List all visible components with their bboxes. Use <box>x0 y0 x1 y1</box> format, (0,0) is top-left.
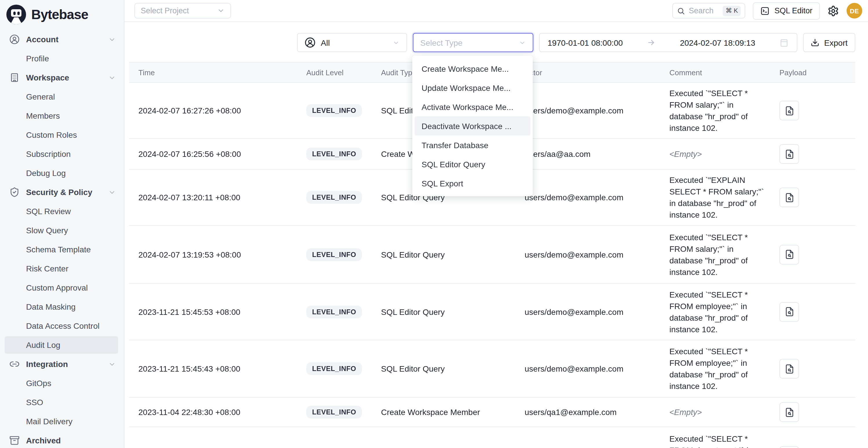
dropdown-option-update-workspace-me[interactable]: Update Workspace Me... <box>414 78 530 97</box>
table-row: 2023-11-21 15:45:43 +08:00 LEVEL_INFO SQ… <box>129 340 855 398</box>
sidebar-item-mail-delivery[interactable]: Mail Delivery <box>5 413 118 430</box>
cell-time: 2024-02-07 16:25:56 +08:00 <box>129 149 306 159</box>
payload-view-button[interactable] <box>779 101 799 120</box>
cell-payload <box>776 402 855 422</box>
export-button[interactable]: Export <box>803 33 855 52</box>
sidebar-item-general[interactable]: General <box>5 88 118 105</box>
file-search-icon <box>784 106 794 116</box>
actor-filter-select[interactable]: All <box>297 33 407 52</box>
audit-level-badge: LEVEL_INFO <box>306 406 362 418</box>
cell-time: 2023-11-04 22:48:30 +08:00 <box>129 408 306 417</box>
sidebar-item-label: Archived <box>26 436 61 445</box>
download-icon <box>811 38 820 47</box>
cell-actor: users/qa1@example.com <box>525 408 670 417</box>
payload-view-button[interactable] <box>779 402 799 422</box>
cell-audit-level: LEVEL_INFO <box>306 104 381 117</box>
sidebar-item-label: Audit Log <box>26 340 60 350</box>
dropdown-option-sql-editor-query[interactable]: SQL Editor Query <box>414 155 530 174</box>
sidebar-item-label: Schema Template <box>26 245 91 254</box>
file-search-icon <box>784 149 794 159</box>
dropdown-option-transfer-database[interactable]: Transfer Database <box>414 135 530 155</box>
sidebar-item-label: Custom Approval <box>26 283 88 292</box>
cell-audit-type: Create Workspace Member <box>381 408 525 417</box>
type-filter-dropdown: Create Workspace Me...Update Workspace M… <box>412 56 533 196</box>
sidebar-item-schema-template[interactable]: Schema Template <box>5 241 118 258</box>
cell-audit-level: LEVEL_INFO <box>306 148 381 160</box>
brand-logo[interactable]: Bytebase <box>0 0 124 28</box>
sidebar-item-archived[interactable]: Archived <box>5 432 118 448</box>
file-search-icon <box>784 307 794 317</box>
sidebar-item-risk-center[interactable]: Risk Center <box>5 260 118 277</box>
sidebar-item-workspace[interactable]: Workspace <box>5 69 118 86</box>
sidebar-item-data-access-control[interactable]: Data Access Control <box>5 317 118 334</box>
dropdown-option-create-workspace-me[interactable]: Create Workspace Me... <box>414 59 530 78</box>
sidebar-item-integration[interactable]: Integration <box>5 355 118 373</box>
sidebar-item-custom-roles[interactable]: Custom Roles <box>5 126 118 143</box>
search-input[interactable]: Search ⌘ K <box>673 3 746 19</box>
sidebar-item-gitops[interactable]: GitOps <box>5 375 118 392</box>
date-range-end: 2024-02-07 18:09:13 <box>680 38 755 47</box>
audit-level-badge: LEVEL_INFO <box>306 148 362 160</box>
sidebar-item-subscription[interactable]: Subscription <box>5 145 118 163</box>
cell-comment: <Empty> <box>670 143 767 164</box>
cell-time: 2023-11-21 15:45:43 +08:00 <box>129 364 306 373</box>
cell-payload <box>776 359 855 379</box>
sidebar-item-data-masking[interactable]: Data Masking <box>5 298 118 315</box>
cell-payload <box>776 144 855 164</box>
archive-icon <box>9 435 20 446</box>
sidebar-item-sql-review[interactable]: SQL Review <box>5 202 118 220</box>
cell-comment: Executed `"EXPLAIN SELECT * FROM salary;… <box>670 169 767 225</box>
cell-actor: users/aa@aa.com <box>525 149 670 159</box>
file-search-icon <box>784 192 794 202</box>
dropdown-option-deactivate-workspace[interactable]: Deactivate Workspace ... <box>414 116 530 135</box>
sidebar-item-profile[interactable]: Profile <box>5 50 118 67</box>
project-select-placeholder: Select Project <box>141 6 189 15</box>
sidebar-item-slow-query[interactable]: Slow Query <box>5 222 118 239</box>
terminal-icon <box>761 6 770 15</box>
table-row: 2023-11-04 01:06:24 +08:00 LEVEL_INFO SQ… <box>129 427 855 448</box>
project-select[interactable]: Select Project <box>134 3 231 19</box>
date-range-picker[interactable]: 1970-01-01 08:00:00 2024-02-07 18:09:13 <box>539 33 797 52</box>
cell-audit-level: LEVEL_INFO <box>306 305 381 318</box>
dropdown-option-activate-workspace-me[interactable]: Activate Workspace Me... <box>414 97 530 116</box>
type-filter-select[interactable]: Select Type <box>413 33 533 52</box>
sidebar: Bytebase AccountProfileWorkspaceGeneralM… <box>0 0 124 448</box>
gear-icon[interactable] <box>828 5 839 17</box>
payload-view-button[interactable] <box>779 245 799 264</box>
sidebar-item-audit-log[interactable]: Audit Log <box>5 336 118 354</box>
sidebar-item-label: Debug Log <box>26 168 66 178</box>
cell-audit-level: LEVEL_INFO <box>306 248 381 261</box>
table-row: 2024-02-07 13:19:53 +08:00 LEVEL_INFO SQ… <box>129 226 855 284</box>
sidebar-item-sso[interactable]: SSO <box>5 393 118 411</box>
sidebar-item-label: GitOps <box>26 379 51 388</box>
shield-check-icon <box>9 187 20 197</box>
sidebar-item-label: Mail Delivery <box>26 417 72 426</box>
building-icon <box>9 72 20 83</box>
chevron-down-icon <box>519 39 526 46</box>
payload-view-button[interactable] <box>779 144 799 164</box>
cell-comment: Executed `"SELECT * FROM employee;"` in … <box>670 284 767 340</box>
sidebar-item-custom-approval[interactable]: Custom Approval <box>5 279 118 296</box>
dropdown-option-sql-export[interactable]: SQL Export <box>414 174 530 193</box>
bytebase-logo-icon <box>6 5 26 24</box>
cell-audit-level: LEVEL_INFO <box>306 191 381 204</box>
actor-filter-value: All <box>321 38 330 47</box>
cell-audit-type: SQL Editor Query <box>381 307 525 316</box>
payload-view-button[interactable] <box>779 446 799 448</box>
file-search-icon <box>784 407 794 417</box>
sidebar-item-security-policy[interactable]: Security & Policy <box>5 184 118 201</box>
sidebar-item-label: Risk Center <box>26 264 68 273</box>
audit-level-badge: LEVEL_INFO <box>306 104 362 117</box>
sql-editor-button[interactable]: SQL Editor <box>753 2 820 20</box>
payload-view-button[interactable] <box>779 359 799 379</box>
sidebar-item-account[interactable]: Account <box>5 31 118 48</box>
user-avatar[interactable]: DE <box>846 3 862 19</box>
column-header-time: Time <box>129 68 306 77</box>
sidebar-item-debug-log[interactable]: Debug Log <box>5 164 118 182</box>
audit-level-badge: LEVEL_INFO <box>306 248 362 261</box>
topbar: Select Project Search ⌘ K SQL Editor DE <box>124 0 868 22</box>
cell-comment: Executed `"SELECT * FROM salary;"` in da… <box>670 227 767 282</box>
payload-view-button[interactable] <box>779 188 799 207</box>
payload-view-button[interactable] <box>779 302 799 322</box>
sidebar-item-members[interactable]: Members <box>5 107 118 124</box>
